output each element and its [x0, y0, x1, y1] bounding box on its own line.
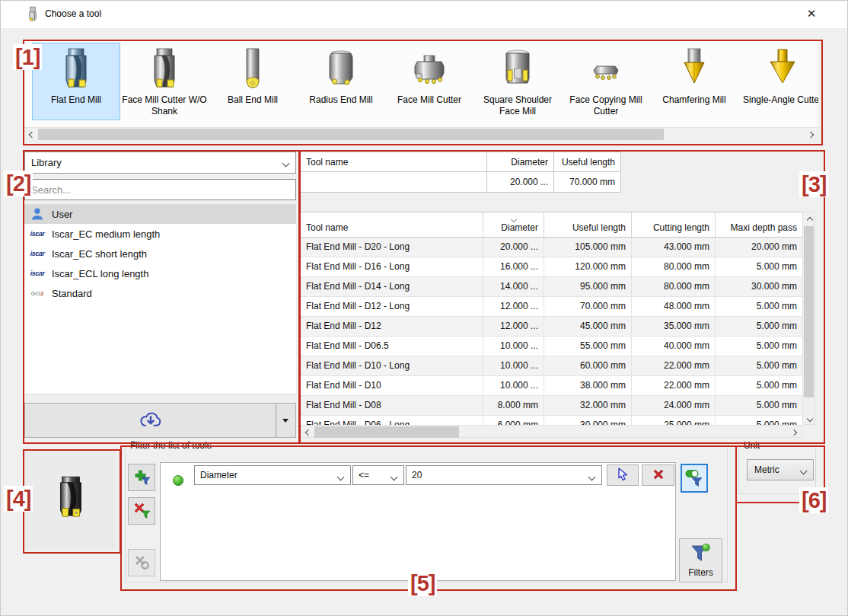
green-dot-icon: [172, 474, 184, 489]
scroll-up-button[interactable]: [803, 212, 816, 225]
unit-group-title: Unit: [741, 440, 763, 451]
remove-filter-button[interactable]: [128, 497, 155, 525]
cell-tool-name: Flat End Mill - D08: [301, 396, 483, 416]
download-options-button[interactable]: [276, 404, 295, 437]
scroll-right-button[interactable]: [789, 426, 802, 439]
quick-col-useful-length[interactable]: Useful length: [554, 152, 621, 172]
cell-tool-name: Flat End Mill - D14 - Long: [301, 277, 483, 297]
chevron-down-icon: [800, 468, 808, 475]
filters-button[interactable]: Filters: [679, 538, 722, 582]
library-item-standard[interactable]: GO2Standard: [24, 283, 296, 303]
download-library-main[interactable]: [25, 404, 276, 437]
cell-value: 5.000 mm: [716, 416, 803, 425]
tools-table-header: Tool name Diameter Useful length Cutting…: [300, 212, 815, 238]
quick-value-useful-length[interactable]: 70.000 mm: [554, 172, 621, 193]
tool-type-ball-end-mill[interactable]: Ball End Mill: [209, 43, 297, 120]
table-row[interactable]: Flat End Mill - D1212.000 ...45.000 mm35…: [301, 317, 815, 337]
library-item-iscar-ecl-long-length[interactable]: iscarIscar_ECL long length: [24, 263, 296, 283]
table-row[interactable]: Flat End Mill - D12 - Long12.000 ...70.0…: [301, 297, 815, 317]
tools-table-vscrollbar-thumb[interactable]: [804, 226, 814, 397]
toggle-filter-button[interactable]: [681, 464, 708, 493]
cell-value: 38.000 mm: [544, 376, 632, 396]
add-filter-icon: [132, 468, 151, 488]
filter-value-combo[interactable]: 20: [406, 465, 602, 485]
delete-condition-button[interactable]: [642, 464, 674, 486]
scroll-left-button[interactable]: [24, 128, 37, 141]
table-row[interactable]: Flat End Mill - D14 - Long14.000 ...95.0…: [301, 277, 815, 297]
quick-value-diameter[interactable]: 20.000 ...: [487, 172, 554, 193]
library-item-label: Iscar_EC short length: [52, 248, 147, 260]
table-row[interactable]: Flat End Mill - D1010.000 ...38.000 mm22…: [301, 376, 815, 396]
cell-value: 32.000 mm: [544, 396, 632, 416]
ball-end-mill-icon: [210, 45, 295, 92]
tools-table: Tool name Diameter Useful length Cutting…: [300, 212, 815, 425]
cell-tool-name: Flat End Mill - D06 - Long: [301, 416, 483, 425]
tools-table-hscrollbar-thumb[interactable]: [314, 426, 459, 438]
end-mill-app-icon: [27, 6, 39, 23]
tool-type-label: Flat End Mill: [33, 94, 119, 106]
pick-value-button[interactable]: [607, 464, 639, 486]
cell-value: 55.000 mm: [544, 337, 632, 356]
quick-col-tool-name[interactable]: Tool name: [300, 152, 487, 172]
tool-type-label: Single-Angle Cutter: [740, 94, 818, 106]
face-copying-mill-cutter-icon: [563, 45, 649, 92]
search-box: [24, 179, 296, 200]
table-row[interactable]: Flat End Mill - D10 - Long10.000 ...60.0…: [301, 356, 815, 376]
table-row[interactable]: Flat End Mill - D16 - Long16.000 ...120.…: [301, 257, 815, 277]
table-row[interactable]: Flat End Mill - D06 - Long6.000 mm30.000…: [301, 416, 815, 425]
library-item-user[interactable]: User: [24, 204, 296, 224]
cell-value: 40.000 mm: [632, 337, 716, 356]
clear-filter-icon: [132, 553, 151, 573]
table-row[interactable]: Flat End Mill - D06.510.000 ...55.000 mm…: [301, 337, 815, 356]
filter-operator-select[interactable]: <=: [352, 465, 404, 485]
quick-col-diameter[interactable]: Diameter: [487, 152, 554, 172]
clear-filter-button[interactable]: [128, 549, 155, 576]
table-row[interactable]: Flat End Mill - D088.000 mm32.000 mm24.0…: [301, 396, 815, 416]
cell-value: 10.000 ...: [483, 356, 544, 376]
col-maxi-depth-pass[interactable]: Maxi depth pass: [716, 212, 803, 237]
square-shoulder-face-mill-icon: [475, 45, 560, 92]
search-input[interactable]: [24, 179, 296, 200]
unit-select[interactable]: Metric: [747, 459, 814, 480]
filter-field-select[interactable]: Diameter: [194, 465, 351, 485]
iscar-logo: iscar: [30, 230, 45, 238]
scroll-left-button[interactable]: [301, 426, 314, 439]
add-filter-button[interactable]: [128, 464, 155, 491]
download-library-button[interactable]: [24, 403, 296, 438]
col-cutting-length[interactable]: Cutting length: [632, 212, 716, 237]
tools-table-vscrollbar[interactable]: [802, 212, 815, 425]
library-select[interactable]: Library: [24, 152, 296, 174]
tool-type-radius-end-mill[interactable]: Radius End Mill: [297, 43, 385, 120]
tool-type-face-mill-cutter-w-o-shank[interactable]: Face Mill Cutter W/O Shank: [120, 43, 209, 120]
tool-strip-scrollbar-thumb[interactable]: [38, 129, 664, 140]
cell-value: 105.000 mm: [544, 238, 632, 257]
tool-type-chamfering-mill[interactable]: Chamfering Mill: [650, 43, 738, 120]
close-button[interactable]: ✕: [792, 1, 830, 27]
tool-preview: [24, 451, 116, 549]
tool-type-face-copying-mill-cutter[interactable]: Face Copying Mill Cutter: [562, 43, 650, 120]
cell-value: 12.000 ...: [483, 297, 544, 317]
cell-value: 45.000 mm: [544, 317, 632, 337]
scroll-right-button[interactable]: [805, 128, 818, 141]
table-row[interactable]: Flat End Mill - D20 - Long20.000 ...105.…: [301, 238, 815, 257]
col-diameter[interactable]: Diameter: [483, 212, 544, 237]
tool-type-single-angle-cutter[interactable]: Single-Angle Cutter: [738, 43, 818, 120]
tool-strip-scrollbar[interactable]: [24, 127, 818, 141]
tool-type-flat-end-mill[interactable]: Flat End Mill: [32, 43, 120, 120]
cell-value: 5.000 mm: [716, 396, 803, 416]
cell-value: 35.000 mm: [632, 317, 716, 337]
col-tool-name[interactable]: Tool name: [301, 212, 483, 237]
library-item-iscar-ec-medium-length[interactable]: iscarIscar_EC medium length: [24, 224, 296, 244]
scroll-down-button[interactable]: [803, 411, 816, 424]
quick-value-tool-name[interactable]: [300, 172, 487, 193]
tool-type-square-shoulder-face-mill[interactable]: Square Shoulder Face Mill: [473, 43, 562, 120]
library-item-iscar-ec-short-length[interactable]: iscarIscar_EC short length: [24, 244, 296, 263]
col-useful-length[interactable]: Useful length: [544, 212, 632, 237]
cell-value: 10.000 ...: [483, 376, 544, 396]
cell-value: 48.000 mm: [632, 297, 716, 317]
tool-type-face-mill-cutter[interactable]: Face Mill Cutter: [385, 43, 473, 120]
tools-table-hscrollbar[interactable]: [300, 425, 802, 438]
library-list: UseriscarIscar_EC medium lengthiscarIsca…: [24, 204, 296, 394]
filters-button-label: Filters: [680, 567, 722, 578]
cell-tool-name: Flat End Mill - D16 - Long: [301, 257, 483, 277]
